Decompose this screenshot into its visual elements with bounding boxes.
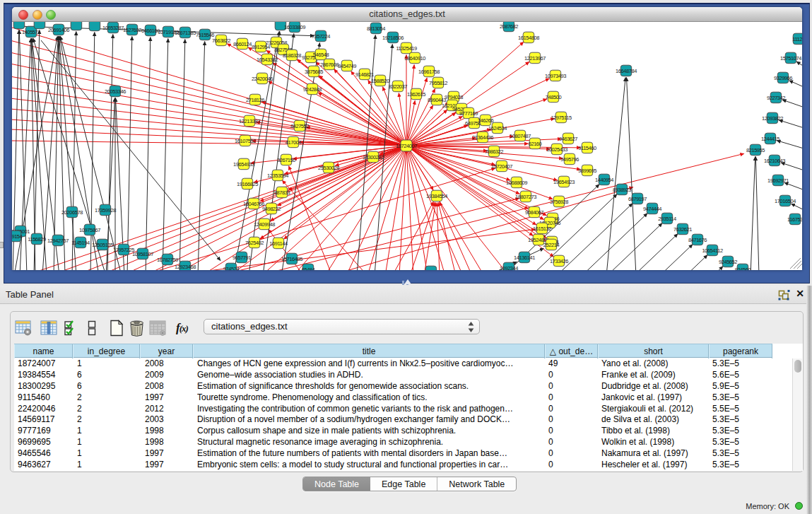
svg-text:16782759: 16782759	[157, 257, 178, 263]
svg-text:7986322: 7986322	[485, 148, 503, 155]
svg-text:7663822: 7663822	[212, 37, 230, 44]
svg-text:1362615: 1362615	[407, 91, 425, 98]
svg-text:10975867: 10975867	[79, 227, 100, 233]
svg-text:12353594: 12353594	[267, 173, 288, 179]
svg-text:19654923: 19654923	[553, 179, 575, 185]
svg-text:1244415: 1244415	[761, 136, 779, 142]
svg-text:7632621: 7632621	[673, 226, 692, 233]
svg-text:924560: 924560	[735, 267, 751, 270]
svg-text:746266: 746266	[478, 117, 494, 124]
svg-text:116753: 116753	[787, 216, 802, 223]
svg-text:10046766: 10046766	[243, 201, 264, 207]
svg-text:12409948: 12409948	[254, 221, 275, 228]
svg-text:1624534: 1624534	[488, 125, 507, 132]
svg-text:16154808: 16154808	[518, 35, 539, 41]
svg-text:9899695: 9899695	[578, 168, 596, 174]
svg-text:546548: 546548	[313, 52, 329, 58]
svg-text:19384554: 19384554	[426, 193, 447, 199]
svg-text:20053346: 20053346	[105, 88, 126, 95]
svg-text:10654112: 10654112	[702, 247, 722, 254]
svg-text:10807487: 10807487	[510, 133, 531, 139]
svg-text:8471676: 8471676	[688, 237, 707, 243]
svg-text:10025433: 10025433	[546, 146, 567, 153]
svg-text:9146821: 9146821	[355, 71, 374, 78]
svg-text:887833: 887833	[274, 189, 290, 196]
svg-text:9657791: 9657791	[233, 255, 251, 261]
svg-text:14136141: 14136141	[514, 255, 535, 261]
svg-text:10653287: 10653287	[102, 25, 124, 31]
svg-text:17016504: 17016504	[775, 198, 796, 204]
svg-text:8813054: 8813054	[367, 25, 385, 32]
svg-text:1440954: 1440954	[595, 177, 613, 183]
svg-text:16671385: 16671385	[175, 30, 196, 36]
svg-text:9474444: 9474444	[643, 206, 661, 212]
svg-text:19218506: 19218506	[382, 35, 404, 41]
svg-text:6879197: 6879197	[628, 196, 647, 202]
svg-text:16648784: 16648784	[616, 68, 637, 74]
svg-text:12505135: 12505135	[92, 242, 113, 248]
svg-text:2935114: 2935114	[658, 216, 676, 222]
svg-text:9245652: 9245652	[719, 259, 737, 265]
svg-text:12923468: 12923468	[175, 264, 196, 270]
svg-text:1527602: 1527602	[123, 27, 141, 33]
svg-text:974524: 974524	[223, 266, 240, 270]
svg-text:2087682: 2087682	[500, 23, 518, 30]
svg-text:19654933: 19654933	[233, 161, 254, 168]
svg-text:17359928: 17359928	[95, 207, 116, 214]
svg-text:17957225: 17957225	[113, 247, 134, 253]
svg-text:9329966: 9329966	[774, 75, 792, 81]
svg-text:22420046: 22420046	[252, 76, 273, 82]
svg-text:1092344: 1092344	[500, 265, 518, 270]
svg-text:62160: 62160	[529, 141, 542, 147]
svg-text:16961758: 16961758	[418, 69, 440, 75]
svg-text:21364436: 21364436	[472, 134, 493, 141]
svg-text:7625402: 7625402	[245, 240, 264, 246]
svg-text:12213967: 12213967	[524, 55, 546, 62]
svg-text:8322037: 8322037	[389, 83, 407, 90]
svg-text:8215955: 8215955	[746, 147, 765, 153]
svg-text:1615132: 1615132	[533, 226, 551, 232]
svg-text:3267150: 3267150	[277, 157, 295, 163]
svg-text:9115460: 9115460	[578, 145, 596, 151]
svg-text:417004: 417004	[286, 139, 302, 146]
svg-text:12942757: 12942757	[47, 238, 69, 244]
svg-text:1156829: 1156829	[28, 236, 46, 243]
svg-text:1405571: 1405571	[22, 29, 40, 35]
svg-text:11325419: 11325419	[396, 45, 416, 52]
svg-text:10688609: 10688609	[506, 180, 527, 186]
svg-text:15720407: 15720407	[491, 163, 512, 170]
svg-text:9084067: 9084067	[525, 209, 543, 216]
svg-text:1733426: 1733426	[550, 258, 568, 264]
svg-text:9794028: 9794028	[445, 94, 463, 100]
svg-text:10958107: 10958107	[132, 251, 153, 257]
svg-text:25530028: 25530028	[318, 165, 339, 171]
svg-text:8427552: 8427552	[290, 123, 309, 129]
svg-text:19166825: 19166825	[237, 181, 258, 187]
svg-text:10973493: 10973493	[545, 73, 566, 79]
svg-text:8660124: 8660124	[233, 41, 252, 47]
svg-text:39154: 39154	[12, 233, 23, 240]
svg-text:8938923: 8938923	[613, 187, 631, 193]
svg-text:20691406: 20691406	[48, 27, 69, 33]
svg-text:16033809: 16033809	[284, 24, 305, 30]
svg-text:9463627: 9463627	[559, 136, 577, 142]
svg-text:2867608: 2867608	[320, 62, 339, 68]
svg-text:18640910: 18640910	[404, 55, 425, 62]
svg-text:7955812: 7955812	[429, 80, 447, 86]
svg-text:748500: 748500	[546, 94, 562, 100]
svg-text:9227342: 9227342	[767, 95, 785, 101]
svg-text:15716485: 15716485	[281, 256, 302, 262]
svg-text:8454749: 8454749	[338, 63, 356, 69]
svg-text:18724007: 18724007	[396, 143, 417, 149]
svg-text:16543382: 16543382	[257, 57, 278, 63]
svg-text:1588520: 1588520	[371, 78, 389, 84]
svg-text:19692971: 19692971	[767, 177, 789, 184]
svg-text:3875685: 3875685	[305, 69, 323, 75]
svg-text:12093822: 12093822	[762, 115, 783, 122]
svg-text:11123: 11123	[792, 36, 802, 42]
svg-text:7357224: 7357224	[312, 33, 330, 40]
svg-text:15751074: 15751074	[780, 55, 801, 62]
svg-text:18300282: 18300282	[363, 154, 384, 160]
svg-text:2718126: 2718126	[246, 97, 264, 103]
svg-text:20206578: 20206578	[61, 209, 83, 216]
